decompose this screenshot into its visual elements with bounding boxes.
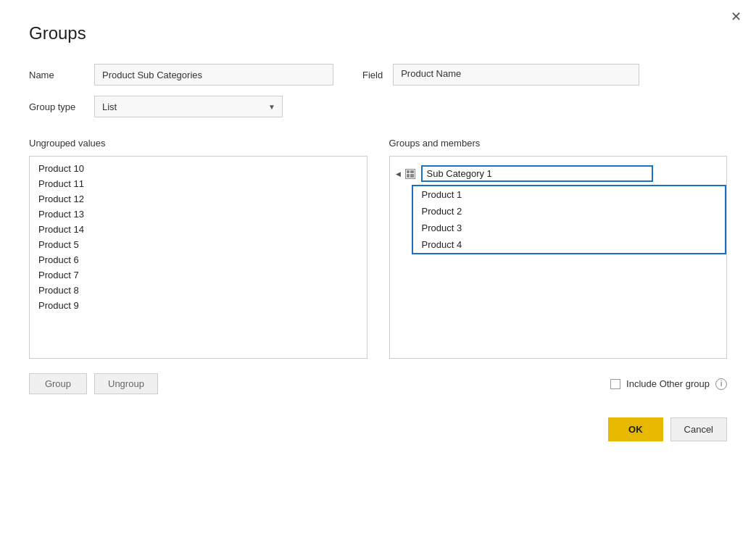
dialog-title: Groups	[29, 23, 727, 43]
close-button[interactable]: ✕	[731, 10, 742, 23]
list-item[interactable]: Product 11	[30, 176, 367, 191]
group-type-label: Group type	[29, 101, 94, 112]
ungrouped-list[interactable]: Product 10 Product 11 Product 12 Product…	[29, 156, 367, 359]
columns-section: Ungrouped values Product 10 Product 11 P…	[29, 138, 727, 359]
list-item[interactable]: Product 8	[30, 283, 367, 298]
group-header: ◀	[390, 162, 727, 185]
list-item[interactable]: Product 9	[30, 298, 367, 313]
field-label: Field	[362, 70, 383, 80]
groups-title: Groups and members	[389, 138, 728, 149]
member-item[interactable]: Product 1	[413, 186, 726, 203]
collapse-icon[interactable]: ◀	[396, 170, 401, 178]
include-other-checkbox[interactable]	[610, 379, 620, 389]
list-item[interactable]: Product 12	[30, 191, 367, 207]
ungrouped-section: Ungrouped values Product 10 Product 11 P…	[29, 138, 367, 359]
bottom-row: Group Ungroup Include Other group i	[29, 373, 727, 394]
table-cell	[407, 174, 410, 178]
group-type-row: Group type List Bin ▼	[29, 96, 727, 117]
include-other-label: Include Other group	[626, 378, 710, 389]
group-tree: ◀ Product 1 Product 2 Product 3	[390, 157, 727, 260]
list-item[interactable]: Product 5	[30, 237, 367, 252]
list-item[interactable]: Product 14	[30, 222, 367, 237]
member-item[interactable]: Product 2	[413, 203, 726, 220]
cancel-button[interactable]: Cancel	[670, 417, 727, 441]
name-input[interactable]	[94, 64, 333, 86]
group-name-input[interactable]	[421, 165, 653, 182]
footer-row: OK Cancel	[29, 417, 727, 441]
list-item[interactable]: Product 10	[30, 161, 367, 176]
other-group-section: Include Other group i	[610, 378, 727, 390]
ungroup-button[interactable]: Ungroup	[94, 373, 158, 394]
ungrouped-title: Ungrouped values	[29, 138, 367, 149]
table-cell	[410, 174, 414, 178]
name-row: Name Field Product Name	[29, 64, 727, 86]
group-button[interactable]: Group	[29, 373, 87, 394]
members-list: Product 1 Product 2 Product 3 Product 4	[412, 185, 727, 254]
info-icon[interactable]: i	[715, 378, 727, 390]
list-item[interactable]: Product 7	[30, 267, 367, 283]
name-label: Name	[29, 70, 94, 80]
ok-button[interactable]: OK	[608, 417, 663, 441]
field-value: Product Name	[393, 64, 639, 86]
member-item[interactable]: Product 4	[413, 236, 726, 253]
list-item[interactable]: Product 13	[30, 207, 367, 222]
action-buttons: Group Ungroup	[29, 373, 158, 394]
groups-panel[interactable]: ◀ Product 1 Product 2 Product 3	[389, 156, 728, 359]
table-cell	[407, 170, 410, 174]
field-section: Field Product Name	[362, 64, 639, 86]
dialog: ✕ Groups Name Field Product Name Group t…	[0, 0, 756, 545]
table-cell	[410, 170, 414, 174]
list-item[interactable]: Product 6	[30, 252, 367, 267]
table-icon	[405, 169, 415, 179]
group-type-wrapper: List Bin ▼	[94, 96, 283, 117]
group-type-select[interactable]: List Bin	[94, 96, 283, 117]
groups-section: Groups and members ◀	[389, 138, 728, 359]
member-item[interactable]: Product 3	[413, 220, 726, 236]
